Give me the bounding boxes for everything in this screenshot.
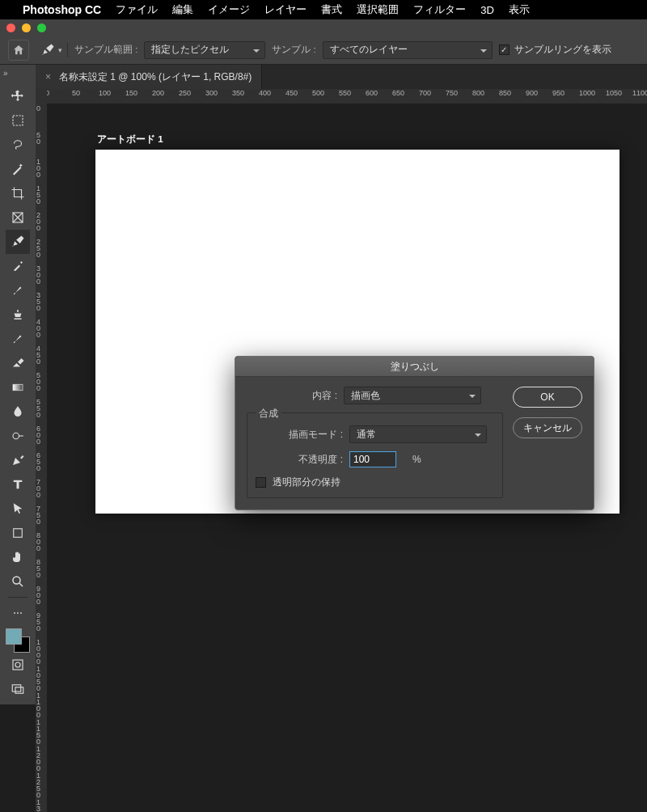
clone-stamp-tool[interactable] <box>6 302 30 327</box>
divider <box>8 597 27 598</box>
ruler-left[interactable]: 05 01 0 01 5 02 0 02 5 03 0 03 5 04 0 04… <box>36 89 47 812</box>
zoom-tool[interactable] <box>6 569 30 594</box>
crop-tool[interactable] <box>6 181 30 205</box>
ruler-tick: 750 <box>446 89 458 97</box>
eyedropper-tool[interactable] <box>6 230 30 254</box>
quick-mask-button[interactable] <box>6 653 30 677</box>
ruler-tick: 950 <box>552 89 565 97</box>
history-brush-tool[interactable] <box>6 327 30 351</box>
menu-file[interactable]: ファイル <box>116 2 158 17</box>
type-tool[interactable] <box>6 472 30 497</box>
minimize-window-button[interactable] <box>22 23 31 32</box>
menu-edit[interactable]: 編集 <box>172 2 193 17</box>
percent-label: % <box>412 454 421 465</box>
artboard-label[interactable]: アートボード 1 <box>97 133 163 146</box>
menu-filter[interactable]: フィルター <box>413 2 466 17</box>
ruler-tick: 900 <box>526 89 538 97</box>
ruler-tick: 5 0 <box>36 132 40 145</box>
menu-select[interactable]: 選択範囲 <box>357 2 399 17</box>
document-tab-title: 名称未設定 1 @ 100% (レイヤー 1, RGB/8#) <box>59 70 252 84</box>
pen-tool[interactable] <box>6 448 30 472</box>
ruler-tick: 400 <box>259 89 271 97</box>
tool-panel: ⋯ <box>0 81 36 704</box>
close-tab-icon[interactable]: × <box>45 71 51 82</box>
ruler-tick: 650 <box>392 89 404 97</box>
tab-bar: » × 名称未設定 1 @ 100% (レイヤー 1, RGB/8#) <box>36 65 647 89</box>
preserve-transparency-label: 透明部分の保持 <box>273 476 340 489</box>
tool-preset[interactable]: ▾ <box>36 43 68 57</box>
content-dropdown[interactable]: 描画色 <box>344 387 481 404</box>
ruler-tick: 300 <box>205 89 218 97</box>
preserve-transparency-checkbox[interactable] <box>256 477 266 488</box>
color-swatches[interactable] <box>6 628 30 653</box>
screen-mode-button[interactable] <box>6 677 30 701</box>
opacity-label: 不透明度 : <box>256 453 343 467</box>
sample-ring-checkbox[interactable] <box>499 44 510 55</box>
ruler-tick: 800 <box>472 89 484 97</box>
svg-rect-0 <box>13 116 23 125</box>
home-button[interactable] <box>8 40 29 61</box>
panel-expand-handle[interactable]: » <box>0 65 36 81</box>
svg-rect-4 <box>14 529 23 538</box>
dodge-tool[interactable] <box>6 424 30 448</box>
close-window-button[interactable] <box>6 23 15 32</box>
move-tool[interactable] <box>6 84 30 108</box>
svg-point-5 <box>13 577 20 584</box>
menu-type[interactable]: 書式 <box>321 2 342 17</box>
svg-rect-9 <box>15 687 23 694</box>
compose-fieldset: 合成 描画モード : 通常 不透明度 : % <box>247 412 503 498</box>
sample-ring-label: サンプルリングを表示 <box>514 44 611 56</box>
gradient-tool[interactable] <box>6 375 30 400</box>
svg-rect-8 <box>12 685 21 691</box>
svg-rect-2 <box>13 384 23 391</box>
frame-tool[interactable] <box>6 205 30 230</box>
cancel-button[interactable]: キャンセル <box>513 417 582 438</box>
magic-wand-tool[interactable] <box>6 157 30 181</box>
sample-range-dropdown[interactable]: 指定したピクセル <box>144 41 265 59</box>
options-bar: ▾ サンプル範囲 : 指定したピクセル サンプル : すべてのレイヤー サンプル… <box>0 36 647 65</box>
lasso-tool[interactable] <box>6 133 30 157</box>
foreground-color-swatch[interactable] <box>6 628 22 645</box>
ruler-tick: 600 <box>366 89 378 97</box>
opacity-input[interactable] <box>349 451 396 467</box>
sample-range-label: サンプル範囲 : <box>74 44 137 56</box>
menu-layer[interactable]: レイヤー <box>264 2 307 17</box>
ruler-tick: 3 0 0 <box>36 265 40 285</box>
shape-tool[interactable] <box>6 521 30 545</box>
zoom-window-button[interactable] <box>37 23 46 32</box>
dialog-title: 塗りつぶし <box>235 357 594 377</box>
compose-legend: 合成 <box>256 408 281 419</box>
ruler-tick: 7 5 0 <box>36 505 40 525</box>
ruler-tick: 100 <box>99 89 111 97</box>
menu-view[interactable]: 表示 <box>509 2 530 17</box>
hand-tool[interactable] <box>6 545 30 569</box>
ruler-tick: 700 <box>419 89 431 97</box>
ruler-tick: 250 <box>179 89 191 97</box>
ruler-tick: 4 5 0 <box>36 345 40 365</box>
menu-image[interactable]: イメージ <box>208 2 250 17</box>
edit-toolbar-button[interactable]: ⋯ <box>6 601 30 625</box>
ruler-top[interactable]: 0501001502002503003504004505005506006507… <box>47 89 647 104</box>
ok-button[interactable]: OK <box>513 387 582 408</box>
document-tab[interactable]: × 名称未設定 1 @ 100% (レイヤー 1, RGB/8#) <box>36 65 262 89</box>
path-selection-tool[interactable] <box>6 497 30 521</box>
menu-3d[interactable]: 3D <box>480 4 494 16</box>
eraser-tool[interactable] <box>6 351 30 375</box>
ruler-tick: 1000 <box>579 89 595 97</box>
ruler-tick: 50 <box>72 89 80 97</box>
svg-point-7 <box>15 662 20 667</box>
ruler-tick: 450 <box>285 89 298 97</box>
sample-range-value: 指定したピクセル <box>151 44 229 56</box>
marquee-tool[interactable] <box>6 108 30 133</box>
app-name[interactable]: Photoshop CC <box>23 3 101 16</box>
mode-dropdown[interactable]: 通常 <box>349 425 487 443</box>
ruler-tick: 500 <box>312 89 324 97</box>
healing-brush-tool[interactable] <box>6 254 30 278</box>
blur-tool[interactable] <box>6 400 30 424</box>
sample-dropdown[interactable]: すべてのレイヤー <box>323 41 493 59</box>
content-value: 描画色 <box>351 389 380 403</box>
ruler-tick: 8 0 0 <box>36 532 40 552</box>
ruler-tick: 1 1 0 0 <box>36 692 40 718</box>
ruler-tick: 550 <box>339 89 351 97</box>
brush-tool[interactable] <box>6 278 30 302</box>
